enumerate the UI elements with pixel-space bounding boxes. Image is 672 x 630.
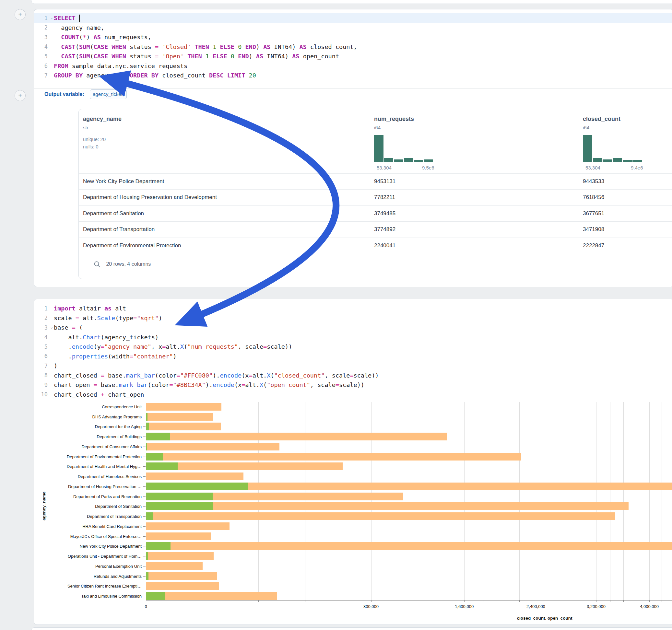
code-line[interactable]: 9chart_open = base.mark_bar(color="#8BC3… (34, 380, 672, 390)
code-line[interactable]: 4 CAST(SUM(CASE WHEN status = 'Closed' T… (34, 42, 672, 52)
x-axis-tick (484, 600, 484, 602)
y-axis-tick (143, 506, 146, 507)
code-text: chart_closed = base.mark_bar(color="#FFC… (49, 371, 379, 381)
column-header-num_requests[interactable]: num_requests (374, 116, 414, 122)
histogram-bar (384, 158, 393, 162)
cell-closed-count: 9443533 (583, 178, 604, 185)
table-row[interactable]: New York City Police Department945313194… (79, 173, 672, 190)
y-axis-label: Department of Sanitation (38, 504, 142, 509)
closed_count-bar[interactable] (146, 472, 243, 480)
open_count-bar[interactable] (146, 413, 147, 421)
gridline (637, 402, 637, 600)
x-axis-tick-label: 4,000,000 (640, 604, 659, 609)
open_count-bar[interactable] (146, 483, 248, 490)
open_count-bar[interactable] (146, 433, 170, 440)
table-row[interactable]: Department of Housing Preservation and D… (79, 189, 672, 205)
x-axis-tick (464, 600, 464, 602)
x-axis-tick-label: 1,600,000 (455, 604, 474, 609)
table-row[interactable]: Department of Transportation377489234719… (79, 221, 672, 238)
gridline (623, 402, 624, 600)
column-header-agency_name[interactable]: agency_name (83, 116, 122, 122)
code-line[interactable]: 8chart_closed = base.mark_bar(color="#FF… (34, 371, 672, 381)
code-line[interactable]: 4 alt.Chart(agency_tickets) (34, 333, 672, 342)
code-line[interactable]: 3⌄base = ( (34, 323, 672, 333)
closed_count-bar[interactable] (146, 542, 672, 550)
open_count-bar[interactable] (146, 422, 149, 430)
open_count-bar[interactable] (146, 572, 148, 580)
histogram-bar (583, 135, 592, 162)
gridline (398, 402, 398, 600)
gridline (341, 402, 341, 600)
code-line[interactable]: 5 .encode(y="agency_name", x=alt.X("num_… (34, 342, 672, 352)
closed_count-bar[interactable] (146, 552, 214, 560)
code-line[interactable]: 5 CAST(SUM(CASE WHEN status = 'Open' THE… (34, 51, 672, 61)
open_count-bar[interactable] (146, 462, 178, 470)
closed_count-bar[interactable] (146, 422, 221, 430)
closed_count-bar[interactable] (146, 582, 219, 590)
add-cell-button-top[interactable]: + (15, 9, 26, 20)
closed_count-bar[interactable] (146, 532, 211, 540)
line-number: 1⌄ (34, 15, 49, 21)
open_count-bar[interactable] (146, 542, 170, 550)
code-line[interactable]: 6 .properties(width="container") (34, 352, 672, 361)
closed_count-bar[interactable] (146, 403, 221, 411)
closed_count-bar[interactable] (146, 523, 230, 530)
code-text: chart_open = base.mark_bar(color="#8BC34… (49, 380, 364, 390)
closed_count-bar[interactable] (146, 512, 615, 520)
sql-code-editor[interactable]: 1⌄SELECT 2 agency_name,3 COUNT(*) AS num… (34, 13, 672, 80)
open_count-bar[interactable] (146, 592, 165, 600)
line-number: 6 (34, 353, 49, 359)
closed_count-bar[interactable] (146, 443, 280, 451)
histogram-bar (414, 160, 423, 162)
open_count-bar[interactable] (146, 512, 153, 520)
open_count-bar[interactable] (146, 492, 213, 500)
y-axis-tick (143, 466, 146, 467)
closed_count-bar[interactable] (146, 433, 447, 440)
x-axis-tick (519, 600, 520, 602)
table-row[interactable]: Department of Environmental Protection22… (79, 238, 672, 254)
line-number: 7 (34, 363, 49, 369)
closed_count-bar[interactable] (146, 502, 628, 510)
y-axis-tick (143, 556, 146, 556)
closed_count-bar[interactable] (146, 592, 277, 600)
open_count-bar[interactable] (146, 443, 147, 451)
code-line[interactable]: 7GROUP BY agency_name ORDER BY closed_co… (34, 71, 672, 80)
x-axis-tick (596, 600, 597, 602)
closed_count-bar[interactable] (146, 453, 521, 461)
search-icon[interactable] (94, 261, 101, 268)
output-variable-chip[interactable]: agency_tickets (90, 90, 127, 99)
add-cell-button-middle[interactable]: + (15, 90, 26, 101)
code-line[interactable]: 3 COUNT(*) AS num_requests, (34, 32, 672, 42)
x-axis-tick (582, 600, 582, 602)
code-line[interactable]: 2scale = alt.Scale(type="sqrt") (34, 313, 672, 323)
x-axis-tick (637, 600, 637, 602)
python-code-editor[interactable]: 1import altair as alt2scale = alt.Scale(… (34, 304, 672, 399)
table-row[interactable]: Department of Sanitation37494853677651 (79, 205, 672, 222)
chevron-down-icon[interactable]: ⌄ (51, 15, 53, 20)
code-line[interactable]: 7) (34, 361, 672, 371)
code-line[interactable]: 2 agency_name, (34, 23, 672, 33)
next-cell-edge (31, 627, 672, 630)
open_count-bar[interactable] (146, 453, 163, 461)
y-axis-line (146, 402, 146, 600)
chevron-down-icon[interactable]: ⌄ (51, 325, 53, 329)
open_count-bar[interactable] (146, 552, 148, 560)
closed_count-bar[interactable] (146, 413, 213, 421)
open_count-bar[interactable] (146, 502, 213, 510)
cell-closed-count: 3677651 (583, 210, 604, 217)
closed_count-bar[interactable] (146, 572, 217, 580)
y-axis-tick (143, 407, 146, 407)
closed_count-bar[interactable] (146, 562, 202, 570)
line-number: 1 (34, 305, 49, 312)
code-line[interactable]: 1import altair as alt (34, 304, 672, 313)
gridline (596, 402, 597, 600)
line-number: 9 (34, 382, 49, 388)
code-line[interactable]: 6FROM sample_data.nyc.service_requests (34, 61, 672, 71)
code-line[interactable]: 1⌄SELECT (34, 13, 672, 23)
gridline (305, 402, 305, 600)
x-axis-tick-label: 0 (145, 604, 147, 609)
y-axis-label: HRA Benefit Card Replacement (38, 524, 142, 529)
column-header-closed_count[interactable]: closed_count (583, 116, 621, 122)
code-text: SELECT (49, 13, 80, 23)
y-axis-tick (143, 546, 146, 547)
